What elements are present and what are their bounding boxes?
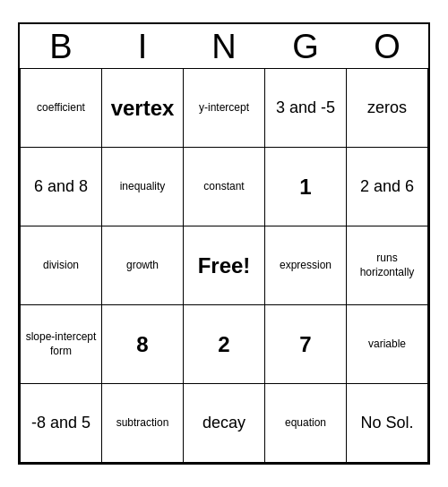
grid-cell: Free! <box>184 226 265 305</box>
grid-cell: 8 <box>102 305 184 384</box>
header-letter: N <box>184 24 265 69</box>
grid-cell: variable <box>347 305 428 384</box>
grid-cell: inequality <box>102 148 184 226</box>
bingo-grid: BINGO coefficientvertexy-intercept3 and … <box>18 22 430 465</box>
grid-cell: 1 <box>265 148 347 226</box>
header-letter: G <box>265 24 347 69</box>
grid-cell: constant <box>184 148 265 226</box>
grid-cell: slope-intercept form <box>21 305 102 384</box>
grid-cell: 3 and -5 <box>265 69 347 148</box>
grid-cell: No Sol. <box>347 384 428 463</box>
bingo-card: BINGO coefficientvertexy-intercept3 and … <box>18 22 430 465</box>
header-letter: B <box>21 24 102 69</box>
grid-cell: decay <box>184 384 265 463</box>
grid-cell: subtraction <box>102 384 184 463</box>
grid-cell: zeros <box>347 69 428 148</box>
grid-cell: expression <box>265 226 347 305</box>
grid-cell: runs horizontally <box>347 226 428 305</box>
grid-cell: 7 <box>265 305 347 384</box>
grid-cell: division <box>21 226 102 305</box>
grid-cell: equation <box>265 384 347 463</box>
grid-cell: 6 and 8 <box>21 148 102 226</box>
grid-cell: vertex <box>102 69 184 148</box>
header-letter: I <box>102 24 184 69</box>
grid-cell: growth <box>102 226 184 305</box>
grid-cell: coefficient <box>21 69 102 148</box>
grid-cell: 2 <box>184 305 265 384</box>
grid-cell: 2 and 6 <box>347 148 428 226</box>
header-letter: O <box>347 24 428 69</box>
grid-cell: y-intercept <box>184 69 265 148</box>
grid-cell: -8 and 5 <box>21 384 102 463</box>
